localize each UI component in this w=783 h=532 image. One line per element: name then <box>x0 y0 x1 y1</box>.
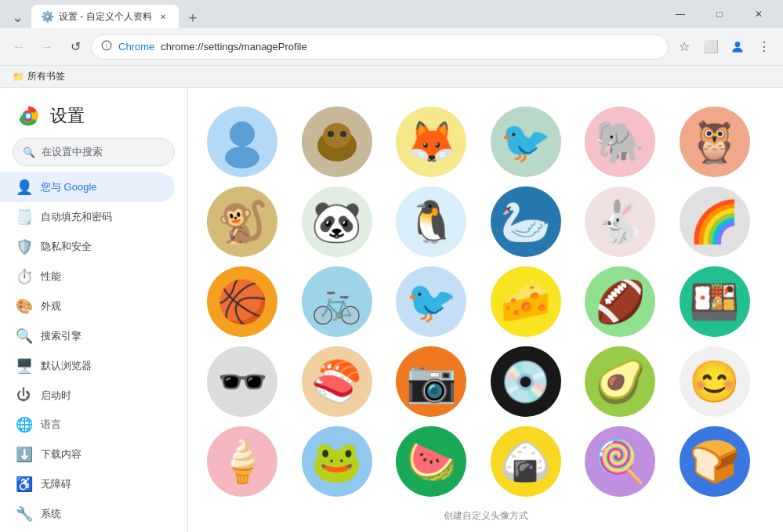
nav-label-system: 系统 <box>41 507 61 521</box>
avatar-item[interactable]: 🍭 <box>585 426 655 497</box>
avatar-item[interactable]: 🐼 <box>302 186 372 257</box>
avatar-item[interactable]: 🍉 <box>396 426 466 497</box>
navbar: ← → ↺ i Chrome chrome://settings/manageP… <box>0 28 783 66</box>
address-bar[interactable]: i Chrome chrome://settings/manageProfile <box>91 34 669 60</box>
chrome-logo-icon <box>16 103 41 128</box>
svg-point-11 <box>340 131 346 137</box>
sidebar-item-google[interactable]: 👤您与 Google <box>0 172 175 202</box>
brand-name: Chrome <box>118 41 154 52</box>
bookmarks-item-all[interactable]: 📁 所有书签 <box>6 68 71 85</box>
avatar-item[interactable]: 🐦 <box>396 266 466 337</box>
nav-label-language: 语言 <box>41 418 61 432</box>
nav-icon-language: 🌐 <box>16 416 31 433</box>
avatar-item[interactable]: 🥑 <box>585 346 655 417</box>
lock-icon: i <box>101 40 112 53</box>
sidebar-title: 设置 <box>50 104 85 128</box>
active-tab[interactable]: ⚙️ 设置 - 自定义个人资料 ✕ <box>31 5 179 28</box>
search-placeholder: 在设置中搜索 <box>42 145 103 159</box>
nav-label-performance: 性能 <box>41 270 61 284</box>
svg-point-7 <box>225 147 259 168</box>
avatar-item[interactable]: 🍱 <box>680 266 750 337</box>
avatar-grid: 🦊🐦🐘🦉🐒🐼🐧🦢🐇🌈🏀🚲🐦🧀🏈🍱🕶️🍣📷💿🥑😊🍦🐸🍉🍙🍭🍞 <box>207 100 764 503</box>
reload-button[interactable]: ↺ <box>63 34 88 60</box>
avatar-item[interactable]: 🍞 <box>680 426 750 497</box>
nav-icon-appearance: 🎨 <box>16 298 31 315</box>
close-button[interactable]: ✕ <box>741 0 777 28</box>
avatar-item[interactable]: 🐇 <box>585 186 655 257</box>
avatar-item[interactable]: 🦉 <box>680 107 750 177</box>
avatar-item[interactable]: 🐒 <box>207 186 277 257</box>
avatar-item[interactable]: 🧀 <box>491 266 561 337</box>
back-button[interactable]: ← <box>6 34 31 60</box>
nav-icon-search: 🔍 <box>16 328 31 345</box>
avatar-item[interactable]: 🍦 <box>207 426 277 497</box>
avatar-item[interactable]: 🐘 <box>585 107 655 177</box>
nav-icon-download: ⬇️ <box>16 446 31 463</box>
nav-label-appearance: 外观 <box>41 299 61 313</box>
nav-label-accessibility: 无障碍 <box>41 477 71 491</box>
minimize-button[interactable]: — <box>662 0 698 28</box>
sidebar-item-appearance[interactable]: 🎨外观 <box>0 291 175 321</box>
nav-label-privacy: 隐私和安全 <box>41 240 92 254</box>
sidebar-item-system[interactable]: 🔧系统 <box>0 499 175 529</box>
sidebar-search-bar[interactable]: 🔍 在设置中搜索 <box>13 138 175 166</box>
nav-label-browser: 默认浏览器 <box>41 359 92 373</box>
bookmark-button[interactable]: ☆ <box>672 34 697 60</box>
avatar-item[interactable]: 📷 <box>396 346 466 417</box>
nav-icon-startup: ⏻ <box>16 387 31 404</box>
sidebar-item-autofill[interactable]: 🗒️自动填充和密码 <box>0 202 175 232</box>
svg-point-10 <box>328 131 334 137</box>
profile-button[interactable] <box>725 34 750 60</box>
sidebar-item-startup[interactable]: ⏻启动时 <box>0 381 175 410</box>
avatar-item[interactable]: 🦊 <box>396 107 466 177</box>
avatar-item[interactable]: 🐦 <box>491 107 561 177</box>
menu-button[interactable]: ⋮ <box>752 34 777 60</box>
content-area: 🦊🐦🐘🦉🐒🐼🐧🦢🐇🌈🏀🚲🐦🧀🏈🍱🕶️🍣📷💿🥑😊🍦🐸🍉🍙🍭🍞 创建自定义头像方式 <box>188 88 783 532</box>
avatar-item[interactable]: 🦢 <box>491 186 561 257</box>
main-content: 设置 🔍 在设置中搜索 👤您与 Google🗒️自动填充和密码🛡️隐私和安全⏱️… <box>0 88 783 532</box>
nav-icon-performance: ⏱️ <box>16 268 31 285</box>
sidebar-item-search[interactable]: 🔍搜索引擎 <box>0 321 175 351</box>
svg-point-9 <box>323 123 351 148</box>
nav-icon-google: 👤 <box>16 179 31 196</box>
nav-label-google: 您与 Google <box>41 180 97 194</box>
tab-list-button[interactable]: ⌄ <box>6 6 28 28</box>
split-screen-button[interactable]: ⬜ <box>698 34 723 60</box>
sidebar: 设置 🔍 在设置中搜索 👤您与 Google🗒️自动填充和密码🛡️隐私和安全⏱️… <box>0 88 188 532</box>
new-tab-button[interactable]: ＋ <box>182 6 204 28</box>
sidebar-item-language[interactable]: 🌐语言 <box>0 410 175 440</box>
avatar-item[interactable]: 🌈 <box>680 186 750 257</box>
sidebar-item-privacy[interactable]: 🛡️隐私和安全 <box>0 232 175 262</box>
nav-actions: ☆ ⬜ ⋮ <box>672 34 777 60</box>
avatar-item[interactable]: 💿 <box>491 346 561 417</box>
sidebar-nav: 👤您与 Google🗒️自动填充和密码🛡️隐私和安全⏱️性能🎨外观🔍搜索引擎🖥️… <box>0 172 187 529</box>
nav-icon-accessibility: ♿ <box>16 476 31 493</box>
tab-favicon: ⚙️ <box>41 10 54 23</box>
svg-point-6 <box>230 121 255 147</box>
svg-text:i: i <box>106 43 107 49</box>
forward-button[interactable]: → <box>34 34 60 60</box>
avatar-item[interactable] <box>207 107 277 177</box>
tab-close-button[interactable]: ✕ <box>157 10 169 23</box>
nav-label-search: 搜索引擎 <box>41 329 82 343</box>
maximize-button[interactable]: □ <box>701 0 738 28</box>
avatar-item[interactable]: 😊 <box>680 346 750 417</box>
search-icon: 🔍 <box>23 147 35 158</box>
sidebar-item-performance[interactable]: ⏱️性能 <box>0 262 175 291</box>
window-controls: — □ ✕ <box>662 0 777 28</box>
avatar-item[interactable]: 🏀 <box>207 266 277 337</box>
bookmarks-label: 所有书签 <box>27 70 65 83</box>
avatar-item[interactable]: 🍣 <box>302 346 372 417</box>
sidebar-item-download[interactable]: ⬇️下载内容 <box>0 440 175 469</box>
avatar-item[interactable]: 🐧 <box>396 186 466 257</box>
sidebar-item-accessibility[interactable]: ♿无障碍 <box>0 469 175 499</box>
bottom-hint: 创建自定义头像方式 <box>207 503 764 529</box>
avatar-item[interactable]: 🍙 <box>491 426 561 497</box>
avatar-item[interactable]: 🐸 <box>302 426 372 497</box>
avatar-item[interactable] <box>302 107 372 177</box>
avatar-item[interactable]: 🚲 <box>302 266 372 337</box>
avatar-item[interactable]: 🏈 <box>585 266 655 337</box>
sidebar-item-browser[interactable]: 🖥️默认浏览器 <box>0 351 175 381</box>
svg-point-2 <box>735 42 741 47</box>
avatar-item[interactable]: 🕶️ <box>207 346 277 417</box>
